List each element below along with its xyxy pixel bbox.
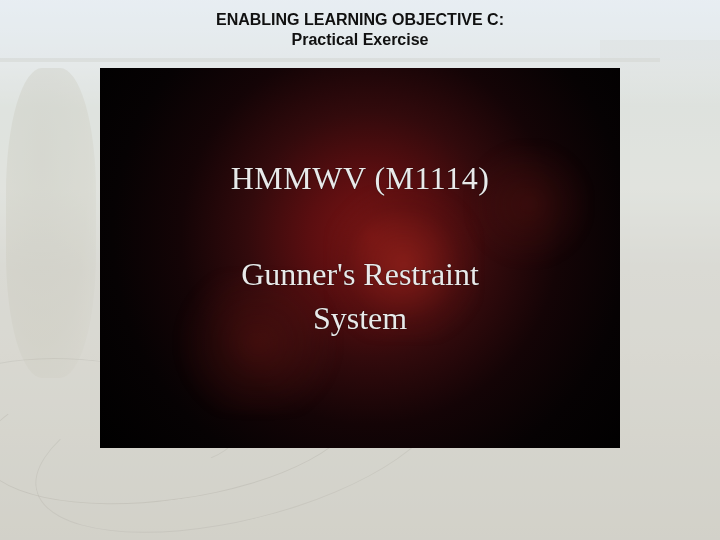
- video-frame: HMMWV (M1114) Gunner's Restraint System: [100, 68, 620, 448]
- video-title-line-3: System: [100, 300, 620, 337]
- heading-line-2: Practical Exercise: [0, 30, 720, 50]
- video-blotch: [173, 273, 343, 413]
- slide-heading: ENABLING LEARNING OBJECTIVE C: Practical…: [0, 10, 720, 50]
- video-title-line-2: Gunner's Restraint: [100, 256, 620, 293]
- heading-line-1: ENABLING LEARNING OBJECTIVE C:: [0, 10, 720, 30]
- slide: ENABLING LEARNING OBJECTIVE C: Practical…: [0, 0, 720, 540]
- video-title-line-1: HMMWV (M1114): [100, 160, 620, 197]
